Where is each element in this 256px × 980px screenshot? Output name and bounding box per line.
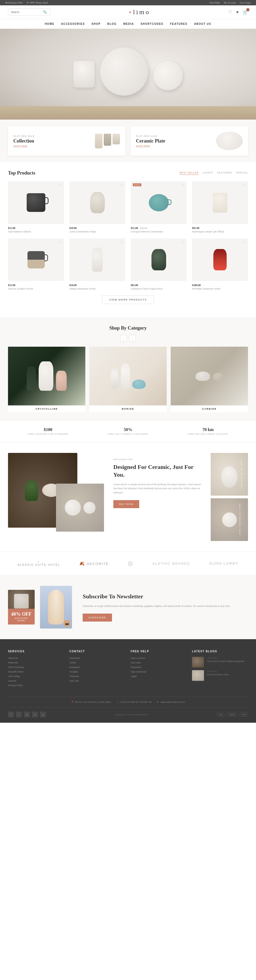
blog-item-1: 14 Oct 2020 18 Funny Stories of the bbox=[192, 670, 248, 681]
filter-best-seller[interactable]: BEST SELLER bbox=[180, 171, 199, 175]
side-plate-shape bbox=[222, 512, 237, 527]
footer-service-3[interactable]: Dropoff Center bbox=[8, 670, 64, 673]
product-price-7: $180.00 bbox=[192, 284, 248, 286]
shop-now-0[interactable]: SHOP NOW bbox=[13, 145, 91, 147]
brand-0: ✦ ALASSIO SUITE HOTEL bbox=[17, 561, 60, 566]
product-shape-jar bbox=[213, 193, 227, 213]
footer-phone: 📞 (+45) 349 7800 25 / 08 5668 789 bbox=[116, 701, 152, 703]
footer-service-6[interactable]: Privacy Policy bbox=[8, 684, 64, 687]
social-twitter[interactable]: t bbox=[16, 711, 22, 718]
newsletter-text: Subscribe To Newsletter Subscribe us to … bbox=[77, 593, 248, 622]
wishlist-icon-3[interactable]: ♡ bbox=[243, 183, 246, 188]
cat-prev-arrow[interactable]: ‹ bbox=[120, 335, 127, 341]
search-bar[interactable]: 🔍 bbox=[8, 8, 51, 16]
footer-service-4[interactable]: Add a Blog bbox=[8, 675, 64, 678]
product-card-2: ♡ SALE $55.00 $95.00 Corrugit Doktores C… bbox=[131, 181, 187, 233]
footer-contact-5[interactable]: Ask User bbox=[69, 679, 125, 682]
category-carbide[interactable]: CARBIDE bbox=[171, 347, 248, 412]
social-linkedin[interactable]: in bbox=[24, 711, 30, 718]
designed-tag: Designed For bbox=[113, 458, 205, 461]
footer-help-4[interactable]: Legal bbox=[131, 675, 187, 678]
footer-service-1[interactable]: Referrals bbox=[8, 661, 64, 664]
sale-percent: 40% OFF bbox=[11, 611, 32, 617]
money-back[interactable]: ✦ 100% Money Back bbox=[27, 2, 48, 4]
category-boride[interactable]: BORIDE bbox=[89, 347, 167, 412]
product-card-6: ♡ $85.00 Labbasum Orum Fugue Eoum bbox=[131, 238, 187, 290]
view-more-button[interactable]: VIEW MORE PRODUCTS bbox=[102, 296, 154, 304]
subscribe-button[interactable]: SUBSCRIBE bbox=[83, 614, 112, 622]
footer-help-2[interactable]: Payments bbox=[131, 666, 187, 668]
my-account-link[interactable]: My Account bbox=[224, 2, 236, 4]
footer-service-5[interactable]: License bbox=[8, 679, 64, 682]
product-img-5: ♡ bbox=[69, 238, 125, 281]
blog-thumb-1 bbox=[192, 670, 204, 681]
feature-0: $100 FREE SHIPPING FOR STANDARD bbox=[8, 427, 88, 435]
footer-contact-1[interactable]: Twitter bbox=[69, 661, 125, 664]
category-title: Shop By Category bbox=[8, 325, 248, 331]
social-pinterest[interactable]: p bbox=[32, 711, 38, 718]
wishlist-icon[interactable]: ♥ bbox=[236, 10, 239, 15]
category-crystalline[interactable]: CRYSTALLINE bbox=[8, 347, 85, 412]
footer-service-0[interactable]: About Us bbox=[8, 657, 64, 659]
wishlist-icon-2[interactable]: ♡ bbox=[181, 183, 184, 188]
need-help-link[interactable]: Need Help bbox=[210, 2, 220, 4]
nav-blog[interactable]: BLOG bbox=[108, 22, 117, 25]
footer-help-3[interactable]: App Download bbox=[131, 670, 187, 673]
blog-title-0[interactable]: Lorem ipsum tempor Adipiscing Agenda bbox=[207, 660, 244, 663]
blog-date-1: 14 Oct 2020 bbox=[207, 670, 229, 673]
carbide-label: CARBIDE bbox=[171, 406, 248, 412]
feature-1: 50% FREE GIFT CARDS & VOUCHERS bbox=[88, 427, 168, 435]
feature-desc-1: FREE GIFT CARDS & VOUCHERS bbox=[88, 433, 168, 435]
footer-contact-2[interactable]: Instagram bbox=[69, 666, 125, 668]
nav-about[interactable]: ABOUT US bbox=[194, 22, 211, 25]
footer-help-0[interactable]: User Account bbox=[131, 657, 187, 659]
search-input[interactable] bbox=[11, 11, 43, 14]
nav-home[interactable]: HOME bbox=[45, 22, 54, 25]
wishlist-icon-0[interactable]: ♡ bbox=[59, 183, 62, 188]
feature-value-1: 50% bbox=[88, 427, 168, 432]
buy-now-button[interactable]: BUY NOW bbox=[113, 500, 139, 508]
wishlist-icon-5[interactable]: ♡ bbox=[120, 240, 123, 245]
nav-accessories[interactable]: ACCESSORIES bbox=[61, 22, 85, 25]
heart-icon[interactable]: ♡ bbox=[228, 10, 232, 15]
nav-shop[interactable]: SHOP bbox=[91, 22, 100, 25]
wishlist-icon-6[interactable]: ♡ bbox=[181, 240, 184, 245]
search-icon[interactable]: 🔍 bbox=[43, 10, 47, 14]
user-login-link[interactable]: User Login bbox=[240, 2, 251, 4]
cart-icon[interactable]: 🛒 0 bbox=[243, 10, 248, 15]
filter-featured[interactable]: FEATURED bbox=[217, 171, 232, 175]
top-bar-left: 🛍 Purchase Offer ✦ 100% Money Back bbox=[5, 2, 48, 4]
product-price-3: $95.00 bbox=[192, 227, 248, 229]
newsletter-section: 40% OFF DISCOVER MORE 📷 Subscribe To New… bbox=[0, 575, 256, 639]
nav-features[interactable]: FEATURES bbox=[170, 22, 188, 25]
footer-help-list: User Account Cart User Payments App Down… bbox=[131, 657, 187, 678]
category-nav: ‹ › bbox=[8, 335, 248, 341]
feature-2: 70 km FREE RETURN URBAN COUNTRY bbox=[168, 427, 248, 435]
footer-contact-4[interactable]: Pinterest bbox=[69, 675, 125, 678]
blog-title-1[interactable]: 18 Funny Stories of the bbox=[207, 673, 229, 676]
filter-latest[interactable]: LATEST bbox=[203, 171, 213, 175]
promo-banners: Flat 30% Sale Collection SHOP NOW Flat 3… bbox=[0, 119, 256, 162]
footer-help-1[interactable]: Cart User bbox=[131, 661, 187, 664]
logo[interactable]: ● limo bbox=[129, 8, 150, 16]
shop-now-1[interactable]: SHOP NOW bbox=[136, 145, 212, 147]
product-name-3: Nammaque Jacqin Qat Officia bbox=[192, 230, 248, 233]
purchase-offer[interactable]: 🛍 Purchase Offer bbox=[5, 2, 23, 4]
product-price-6: $85.00 bbox=[131, 284, 187, 286]
cat-next-arrow[interactable]: › bbox=[129, 335, 136, 341]
social-facebook[interactable]: f bbox=[8, 711, 14, 718]
social-google[interactable]: g bbox=[40, 711, 46, 718]
wishlist-icon-4[interactable]: ♡ bbox=[59, 240, 62, 245]
wishlist-icon-1[interactable]: ♡ bbox=[120, 183, 123, 188]
nav-shortcodes[interactable]: SHORTCODES bbox=[140, 22, 164, 25]
footer-contact-3[interactable]: Youtube bbox=[69, 670, 125, 673]
person-shape bbox=[48, 590, 64, 625]
filter-special[interactable]: SPECIAL bbox=[236, 171, 248, 175]
nav-media[interactable]: MEDIA bbox=[123, 22, 134, 25]
instagram-icon[interactable]: 📷 bbox=[64, 620, 70, 626]
brand-3: Alethic Brands bbox=[153, 562, 190, 566]
footer-service-2[interactable]: Store Directory bbox=[8, 666, 64, 668]
footer-contact-0[interactable]: Facebook bbox=[69, 657, 125, 659]
discover-more[interactable]: DISCOVER MORE bbox=[11, 617, 32, 622]
wishlist-icon-7[interactable]: ♡ bbox=[243, 240, 246, 245]
